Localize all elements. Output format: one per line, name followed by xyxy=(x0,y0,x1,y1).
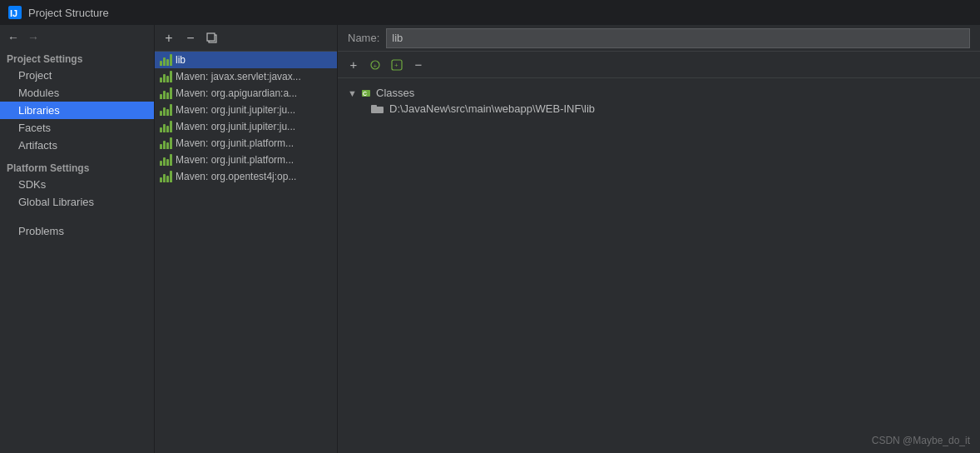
app-logo: IJ xyxy=(8,6,22,19)
sidebar-item-libraries[interactable]: Libraries xyxy=(0,102,154,119)
svg-rect-3 xyxy=(207,33,215,41)
add-sources-button[interactable]: + xyxy=(366,56,384,74)
detail-header: Name: xyxy=(338,25,980,52)
list-toolbar: + − xyxy=(155,25,337,52)
svg-text:+: + xyxy=(374,62,378,69)
nav-bar: ← → xyxy=(0,25,154,50)
list-item[interactable]: Maven: org.junit.platform... xyxy=(155,152,337,168)
classes-tree-child: D:\JavaNew\src\main\webapp\WEB-INF\lib xyxy=(348,101,970,117)
library-list: lib Maven: javax.servlet:javax... Maven:… xyxy=(155,52,337,453)
project-settings-label: Project Settings xyxy=(0,50,154,67)
copy-icon xyxy=(206,32,218,44)
title-bar: IJ Project Structure xyxy=(0,0,980,25)
lib-icon xyxy=(160,54,172,66)
list-item[interactable]: Maven: org.opentest4j:op... xyxy=(155,168,337,185)
lib-icon xyxy=(160,121,172,132)
sidebar-item-project[interactable]: Project xyxy=(0,67,154,84)
back-button[interactable]: ← xyxy=(5,29,22,46)
sidebar-item-sdks[interactable]: SDKs xyxy=(0,176,154,193)
sidebar-item-artifacts[interactable]: Artifacts xyxy=(0,137,154,154)
forward-button[interactable]: → xyxy=(25,29,42,46)
watermark: CSDN @Maybe_do_it xyxy=(872,435,970,446)
copy-library-button[interactable] xyxy=(203,29,221,47)
list-item[interactable]: Maven: org.junit.platform... xyxy=(155,135,337,152)
title-bar-text: Project Structure xyxy=(28,7,109,19)
sidebar-item-facets[interactable]: Facets xyxy=(0,119,154,137)
lib-icon xyxy=(160,171,172,182)
list-item[interactable]: Maven: org.junit.jupiter:ju... xyxy=(155,102,337,118)
classes-tree-node[interactable]: ▼ C Classes xyxy=(348,85,970,101)
detail-toolbar: + + + − xyxy=(338,52,980,78)
list-item[interactable]: Maven: org.apiguardian:a... xyxy=(155,85,337,102)
detail-panel: Name: + + + − xyxy=(338,25,980,453)
lib-icon xyxy=(160,137,172,149)
tree-area: ▼ C Classes D:\JavaNew\src\main\webapp\W… xyxy=(338,78,980,453)
list-panel: + − lib Maven: javax.servlet xyxy=(155,25,338,453)
name-input[interactable] xyxy=(386,28,970,48)
classes-icon: C xyxy=(361,87,373,99)
lib-icon xyxy=(160,104,172,116)
folder-icon xyxy=(371,104,384,114)
add-library-button[interactable]: + xyxy=(160,29,178,47)
sidebar: ← → Project Settings Project Modules Lib… xyxy=(0,25,155,453)
svg-rect-11 xyxy=(371,105,377,108)
platform-settings-label: Platform Settings xyxy=(0,159,154,176)
minus-icon: − xyxy=(415,57,423,72)
list-item[interactable]: Maven: org.junit.jupiter:ju... xyxy=(155,118,337,135)
svg-text:+: + xyxy=(394,62,398,69)
svg-text:C: C xyxy=(363,91,367,97)
classes-path: D:\JavaNew\src\main\webapp\WEB-INF\lib xyxy=(389,102,595,115)
lib-icon xyxy=(160,154,172,166)
sidebar-item-problems[interactable]: Problems xyxy=(0,222,154,240)
main-content: ← → Project Settings Project Modules Lib… xyxy=(0,25,980,453)
list-item[interactable]: lib xyxy=(155,52,337,68)
remove-entry-button[interactable]: − xyxy=(409,56,428,74)
svg-text:IJ: IJ xyxy=(10,8,17,18)
list-item[interactable]: Maven: javax.servlet:javax... xyxy=(155,68,337,85)
classes-node-label: Classes xyxy=(376,87,414,99)
sidebar-item-modules[interactable]: Modules xyxy=(0,84,154,102)
lib-icon xyxy=(160,71,172,82)
javadoc-icon: + xyxy=(391,59,403,71)
add-classes-button[interactable]: + xyxy=(344,56,363,74)
lib-icon xyxy=(160,87,172,99)
add-javadoc-button[interactable]: + xyxy=(388,56,406,74)
sources-icon: + xyxy=(369,59,381,71)
add-icon: + xyxy=(350,57,358,72)
sidebar-item-global-libraries[interactable]: Global Libraries xyxy=(0,193,154,211)
remove-library-button[interactable]: − xyxy=(181,29,200,47)
name-label: Name: xyxy=(348,32,379,44)
chevron-down-icon: ▼ xyxy=(348,88,358,98)
